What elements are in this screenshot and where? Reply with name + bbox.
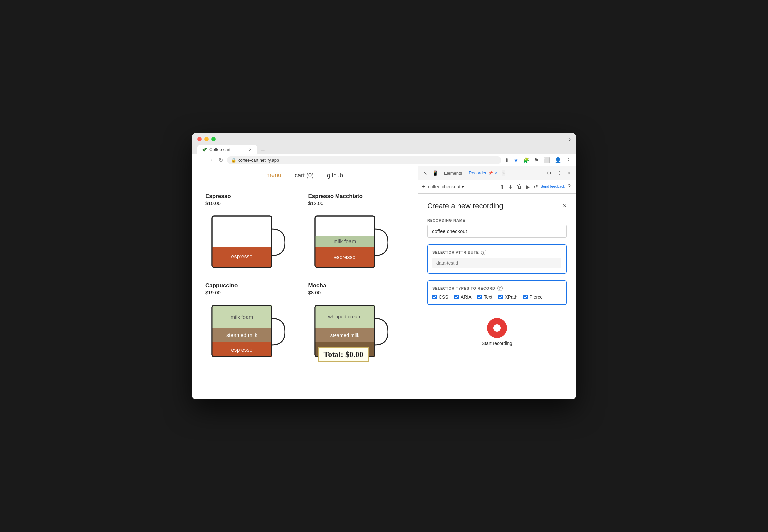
tab-bar: Coffee cart × + bbox=[197, 145, 571, 154]
selector-attribute-label: SELECTOR ATTRIBUTE ? bbox=[432, 250, 561, 255]
tab-favicon bbox=[202, 147, 207, 152]
play-recording-button[interactable]: ▶ bbox=[525, 183, 531, 191]
new-tab-button[interactable]: + bbox=[258, 148, 268, 154]
start-recording-section: Start recording bbox=[427, 313, 567, 351]
svg-text:milk foam: milk foam bbox=[231, 314, 253, 320]
extension-icon-button[interactable]: 🧩 bbox=[522, 156, 530, 164]
pierce-checkbox-label[interactable]: Pierce bbox=[523, 294, 543, 300]
product-card-macchiato: Espresso Macchiato $12.00 espresso milk … bbox=[308, 193, 405, 276]
recorder-toolbar: + coffee checkout ▾ ⬆ ⬇ 🗑 ▶ ↺ Send feedb… bbox=[418, 180, 576, 194]
svg-text:espresso: espresso bbox=[231, 254, 253, 259]
product-name: Cappuccino bbox=[205, 282, 302, 289]
export-button[interactable]: ⬆ bbox=[499, 183, 506, 191]
product-card-cappuccino: Cappuccino $19.00 espresso steamed mil bbox=[205, 282, 302, 365]
import-button[interactable]: ⬇ bbox=[507, 183, 514, 191]
browser-tab-coffee-cart[interactable]: Coffee cart × bbox=[197, 145, 257, 154]
recorder-tab-label: Recorder bbox=[469, 170, 486, 175]
selector-attribute-help-icon[interactable]: ? bbox=[481, 250, 486, 255]
add-recording-button[interactable]: + bbox=[422, 183, 426, 190]
product-name: Espresso Macchiato bbox=[308, 193, 405, 200]
address-input[interactable]: 🔒 coffee-cart.netlify.app bbox=[227, 156, 501, 164]
more-tabs-button[interactable]: » bbox=[502, 170, 505, 176]
back-button[interactable]: ← bbox=[196, 156, 204, 164]
selector-attribute-box: SELECTOR ATTRIBUTE ? bbox=[427, 244, 567, 274]
selector-types-label: SELECTOR TYPES TO RECORD ? bbox=[432, 286, 561, 291]
url-text: coffee-cart.netlify.app bbox=[238, 158, 279, 163]
start-recording-button[interactable] bbox=[487, 318, 507, 338]
lock-icon: 🔒 bbox=[231, 158, 236, 163]
svg-text:whipped cream: whipped cream bbox=[328, 314, 362, 319]
recorder-pin-icon: 📌 bbox=[488, 171, 493, 175]
coffee-cup-espresso[interactable]: espresso bbox=[205, 209, 285, 276]
close-window-button[interactable] bbox=[197, 137, 202, 141]
devtools-gear-button[interactable]: ⚙ bbox=[545, 169, 553, 177]
send-feedback-link[interactable]: Send feedback bbox=[541, 184, 565, 189]
minimize-window-button[interactable] bbox=[204, 137, 209, 141]
recording-name-selector[interactable]: coffee checkout ▾ bbox=[428, 184, 464, 189]
dropdown-chevron-icon: ▾ bbox=[462, 184, 464, 189]
xpath-checkbox[interactable] bbox=[498, 295, 503, 299]
flag-icon-button[interactable]: ⚑ bbox=[533, 156, 539, 164]
svg-text:espresso: espresso bbox=[231, 347, 253, 353]
site-nav: menu cart (0) github bbox=[192, 166, 418, 185]
record-inner-dot bbox=[493, 324, 501, 332]
dialog-content: Create a new recording × RECORDING NAME … bbox=[418, 194, 576, 399]
tab-close-button[interactable]: × bbox=[248, 147, 252, 152]
toolbar-icons: ⬆ ★ 🧩 ⚑ ⬜ 👤 ⋮ bbox=[504, 156, 572, 164]
aria-checkbox-label[interactable]: ARIA bbox=[454, 294, 472, 300]
recorder-tab[interactable]: Recorder 📌 × bbox=[466, 169, 500, 177]
coffee-cup-cappuccino[interactable]: espresso steamed milk milk foam bbox=[205, 299, 285, 365]
recording-name-label: RECORDING NAME bbox=[427, 218, 567, 222]
css-checkbox[interactable] bbox=[432, 295, 437, 299]
recorder-tab-close-icon[interactable]: × bbox=[495, 170, 498, 175]
product-card-espresso: Espresso $10.00 espresso bbox=[205, 193, 302, 276]
elements-tab[interactable]: Elements bbox=[441, 169, 465, 177]
cart-nav-link[interactable]: cart (0) bbox=[295, 172, 314, 179]
menu-kebab-button[interactable]: ⋮ bbox=[565, 156, 572, 164]
total-overlay: Total: $0.00 bbox=[318, 347, 369, 362]
aria-checkbox[interactable] bbox=[454, 295, 459, 299]
replay-button[interactable]: ↺ bbox=[532, 183, 539, 191]
device-tool-button[interactable]: 📱 bbox=[431, 169, 440, 177]
cursor-tool-button[interactable]: ↖ bbox=[421, 169, 429, 177]
refresh-button[interactable]: ↻ bbox=[217, 156, 224, 164]
delete-recording-button[interactable]: 🗑 bbox=[515, 183, 523, 190]
help-button[interactable]: ? bbox=[566, 183, 572, 190]
product-price: $8.00 bbox=[308, 290, 405, 295]
product-price: $19.00 bbox=[205, 290, 302, 295]
coffee-cup-macchiato[interactable]: espresso milk foam bbox=[308, 209, 388, 276]
tab-icon-button[interactable]: ⬜ bbox=[543, 156, 551, 164]
svg-text:milk foam: milk foam bbox=[333, 239, 356, 244]
maximize-window-button[interactable] bbox=[211, 137, 216, 141]
selector-types-box: SELECTOR TYPES TO RECORD ? CSS ARIA Text bbox=[427, 280, 567, 305]
text-checkbox[interactable] bbox=[477, 295, 482, 299]
selector-types-help-icon[interactable]: ? bbox=[497, 286, 503, 291]
bookmark-star-button[interactable]: ★ bbox=[513, 156, 519, 164]
forward-button[interactable]: → bbox=[207, 156, 215, 164]
github-nav-link[interactable]: github bbox=[327, 172, 343, 179]
main-content: menu cart (0) github Espresso $10.00 bbox=[192, 166, 576, 399]
person-icon-button[interactable]: 👤 bbox=[554, 156, 562, 164]
devtools-header: ↖ 📱 Elements Recorder 📌 × » ⚙ ⋮ × bbox=[418, 166, 576, 180]
css-checkbox-label[interactable]: CSS bbox=[432, 294, 448, 300]
title-bar: › Coffee cart × + bbox=[192, 133, 576, 154]
devtools-options-button[interactable]: ⋮ bbox=[555, 169, 564, 177]
start-recording-label: Start recording bbox=[482, 341, 512, 346]
dialog-title: Create a new recording bbox=[427, 202, 503, 210]
selector-attribute-input[interactable] bbox=[432, 258, 561, 268]
recording-name-input[interactable] bbox=[427, 225, 567, 238]
dialog-close-button[interactable]: × bbox=[563, 202, 567, 210]
text-checkbox-label[interactable]: Text bbox=[477, 294, 492, 300]
chevron-right-icon[interactable]: › bbox=[569, 136, 571, 142]
devtools-close-button[interactable]: × bbox=[566, 169, 573, 177]
dialog-title-row: Create a new recording × bbox=[427, 202, 567, 210]
menu-nav-link[interactable]: menu bbox=[266, 172, 281, 179]
pierce-checkbox[interactable] bbox=[523, 295, 528, 299]
share-icon-button[interactable]: ⬆ bbox=[504, 156, 510, 164]
xpath-checkbox-label[interactable]: XPath bbox=[498, 294, 517, 300]
svg-rect-3 bbox=[212, 262, 272, 267]
window-controls: › bbox=[197, 136, 571, 142]
product-name: Mocha bbox=[308, 282, 405, 289]
product-name: Espresso bbox=[205, 193, 302, 200]
recorder-action-buttons: ⬆ ⬇ 🗑 ▶ ↺ Send feedback ? bbox=[499, 183, 572, 191]
